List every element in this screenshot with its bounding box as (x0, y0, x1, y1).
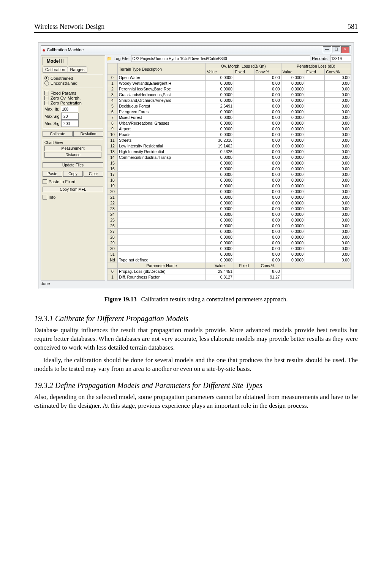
table-row[interactable]: 170.00000.000.00000.00 (107, 172, 351, 177)
update-files-button[interactable]: Update Files (43, 162, 103, 168)
table-row[interactable]: 7Mixed Forest0.00000.000.00000.00 (107, 115, 351, 120)
table-row[interactable]: 300.00000.000.00000.00 (107, 246, 351, 252)
check-info[interactable]: Info (43, 195, 103, 200)
folder-icon[interactable]: 📁 (107, 56, 112, 61)
table-row[interactable]: 160.00000.000.00000.00 (107, 166, 351, 172)
table-row[interactable]: 240.00000.000.00000.00 (107, 212, 351, 217)
measurement-button[interactable]: Measurement (44, 146, 101, 151)
check-paste-to-fixed[interactable]: Paste to Fixed (43, 179, 103, 184)
section-19-3-1-head: 19.3.1 Calibrate for Different Propagati… (34, 314, 358, 323)
table-row[interactable]: 220.00000.000.00000.00 (107, 200, 351, 206)
table-row[interactable]: 210.00000.000.00000.00 (107, 195, 351, 200)
table-row[interactable]: 200.00000.000.00000.00 (107, 189, 351, 195)
terrain-table: Terrain Type Description Ov. Morph. Loss… (107, 63, 351, 280)
table-row[interactable]: 2Perennial Ice/Snow,Bare Roc0.00000.000.… (107, 86, 351, 92)
radio-unconstrained[interactable]: Unconstrained (44, 81, 101, 86)
records-input[interactable] (330, 55, 351, 62)
col-pen-conv: Conv.% (325, 69, 351, 75)
paste-button[interactable]: Paste (43, 171, 62, 177)
section-19-3-1-p1: Database quality influences the result t… (34, 326, 358, 352)
figure-window: ♣ Calibration Machine — ☐ × Model II Cal… (38, 43, 354, 289)
table-row[interactable]: 0Open Water0.00000.000.00000.00 (107, 75, 351, 81)
table-row[interactable]: 9Airport0.00000.000.00000.00 (107, 126, 351, 132)
group-penetration: Penetration Loss (dB) (281, 63, 351, 69)
table-row[interactable]: 180.00000.000.00000.00 (107, 177, 351, 183)
input-min-sig[interactable] (61, 120, 79, 127)
table-row[interactable]: 4Shrubland,Orchards/Vineyard0.00000.000.… (107, 98, 351, 103)
table-row[interactable]: 6Evergreen Forest0.00000.000.00000.00 (107, 109, 351, 115)
table-row[interactable]: 13High Intensity Residential0.43260.000.… (107, 149, 351, 155)
copy-from-mfl-button[interactable]: Copy from MFL (43, 187, 103, 192)
check-zero-ov-morph[interactable]: Zero Ov. Morph. (44, 96, 101, 100)
input-max-itr[interactable] (61, 106, 78, 112)
status-bar: done (41, 281, 351, 286)
chart-view-label: Chart View (44, 141, 101, 145)
col-pen-fixed: Fixed (305, 69, 325, 75)
table-row[interactable]: 290.00000.000.00000.00 (107, 240, 351, 246)
table-row[interactable]: 190.00000.000.00000.00 (107, 183, 351, 189)
check-zero-penetration[interactable]: Zero Penetration (44, 101, 101, 105)
table-row[interactable]: 150.00000.000.00000.00 (107, 160, 351, 166)
col-pen-value: Value (281, 69, 305, 75)
caption-label: Figure 19.13 (104, 296, 136, 302)
col-ov-conv: Conv.% (254, 69, 281, 75)
table-row[interactable]: 1Diff. Roundness Factor0.312791.27 (107, 274, 351, 280)
section-19-3-2-p1: Also, depending on the selected model, s… (34, 393, 358, 410)
table-row[interactable]: 260.00000.000.00000.00 (107, 223, 351, 229)
clear-button[interactable]: Clear (84, 171, 103, 177)
left-panel: Model II Calibration Ranges Constrained … (41, 55, 105, 280)
table-row[interactable]: 10Roads0.00000.000.00000.00 (107, 132, 351, 138)
param-header: Parameter Name (118, 263, 206, 269)
table-row[interactable]: 14Commercial/Industrial/Transp0.00000.00… (107, 155, 351, 160)
check-fixed-params[interactable]: Fixed Params (44, 91, 101, 95)
header-right: 581 (348, 23, 358, 31)
table-row[interactable]: 11Streets36.23180.000.00000.00 (107, 138, 351, 143)
table-row[interactable]: 12Low Intensity Residential19.14020.090.… (107, 143, 351, 149)
section-19-3-2-head: 19.3.2 Define Propagation Models and Par… (34, 381, 358, 390)
minimize-button[interactable]: — (323, 46, 331, 53)
window-title-bar: ♣ Calibration Machine — ☐ × (41, 45, 351, 54)
table-row[interactable]: 8Urban/Recreational Grasses0.00000.000.0… (107, 120, 351, 126)
window-title: Calibration Machine (47, 48, 84, 52)
tab-calibration[interactable]: Calibration (43, 66, 68, 73)
radio-constrained[interactable]: Constrained (44, 76, 101, 81)
copy-button[interactable]: Copy (63, 171, 83, 177)
table-row[interactable]: 5Deciduous Forest2.64910.000.00000.00 (107, 103, 351, 109)
records-label: Records: (312, 56, 329, 61)
figure-caption: Figure 19.13 Calibration results using a… (34, 296, 358, 303)
table-row[interactable]: 310.00000.000.00000.00 (107, 252, 351, 257)
app-icon: ♣ (43, 48, 45, 52)
table-row[interactable]: 280.00000.000.00000.00 (107, 234, 351, 240)
calibrate-button[interactable]: Calibrate (43, 131, 73, 137)
table-row[interactable]: 0Propag. Loss (db/Decade)29.44518.63 (107, 269, 351, 274)
col-ov-value: Value (205, 69, 234, 75)
table-row[interactable]: NdType not defined0.00000.000.00000.00 (107, 257, 351, 263)
log-file-input[interactable] (131, 55, 310, 62)
log-file-label: Log File: (114, 56, 130, 61)
input-max-sig[interactable] (61, 113, 79, 120)
label-min-sig: Min. Sig (44, 121, 60, 126)
col-terrain: Terrain Type Description (118, 63, 206, 75)
group-ov-morph: Ov. Morph. Loss (dB/Km) (205, 63, 281, 69)
close-button[interactable]: × (341, 46, 349, 53)
col-ov-fixed: Fixed (234, 69, 254, 75)
caption-text: Calibration results using a constrained … (141, 296, 288, 302)
header-left: Wireless Network Design (34, 23, 104, 31)
table-row[interactable]: 270.00000.000.00000.00 (107, 229, 351, 234)
table-row[interactable]: 230.00000.000.00000.00 (107, 206, 351, 212)
distance-button[interactable]: Distance (44, 152, 101, 158)
deviation-button[interactable]: Deviation (73, 131, 103, 137)
model-tab[interactable]: Model II (43, 57, 68, 65)
tab-ranges[interactable]: Ranges (68, 66, 87, 73)
table-row[interactable]: 3Grasslands/Herbaceous,Past0.00000.000.0… (107, 92, 351, 98)
page-header: Wireless Network Design 581 (34, 23, 358, 33)
table-row[interactable]: 1Woody Wetlands,Emergent H0.00000.000.00… (107, 81, 351, 86)
label-max-sig: Max.Sig (44, 114, 60, 119)
section-19-3-1-p2: Ideally, the calibration should be done … (34, 356, 358, 374)
label-max-itr: Max. Itr. (44, 107, 59, 111)
table-row[interactable]: 250.00000.000.00000.00 (107, 217, 351, 223)
maximize-button[interactable]: ☐ (332, 46, 340, 53)
